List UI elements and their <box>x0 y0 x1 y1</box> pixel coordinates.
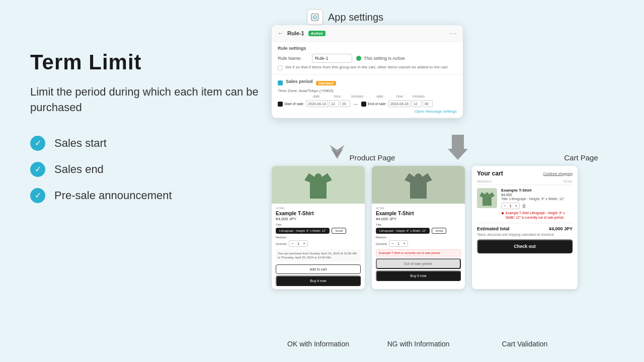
active-toggle[interactable]: This setting is Active <box>356 56 405 61</box>
page-title: Term Limit <box>30 50 262 74</box>
hour-header2: hour <box>396 95 404 98</box>
cart-caption-container: Cart Validation <box>472 340 578 348</box>
ng-product-image <box>372 166 465 204</box>
cart-section: Your cart Continue shopping PRODUCT TOTA… <box>472 166 578 257</box>
active-badge: Active <box>308 31 326 36</box>
cart-tax-note: Taxes, discounts and shipping calculated… <box>477 233 573 236</box>
ng-product-price: ¥4,000 JPY <box>376 217 461 221</box>
ok-title-label: Title <box>276 223 361 226</box>
ok-variant-small[interactable]: Small <box>332 228 346 234</box>
mutex-checkbox[interactable] <box>278 65 283 70</box>
ok-qty-controls[interactable]: − 1 + <box>289 240 307 247</box>
ng-medium-label: Medium <box>376 236 461 239</box>
start-date-checkbox: Start of sale: <box>278 101 304 107</box>
feature-item-3: ✓ Pre-sale announcement <box>30 188 262 203</box>
continue-shopping-link[interactable]: Continue shopping <box>543 172 573 175</box>
ok-qty-plus[interactable]: + <box>303 241 305 246</box>
start-min-input[interactable]: 00 <box>340 100 350 107</box>
estimated-total-label: Estimated total <box>477 226 510 231</box>
ng-product-name: Example T-Shirt <box>376 211 461 216</box>
ng-error-notice: Example T-Shirt is currently out of sale… <box>376 249 461 256</box>
app-settings-header: App settings <box>307 9 383 25</box>
ok-brand: ACME <box>276 207 361 210</box>
date-col-headers: date hour minutes date hour minutes <box>278 95 457 98</box>
end-date-check[interactable] <box>361 102 366 107</box>
start-date-input[interactable]: 2024-04-14 <box>306 100 328 107</box>
cart-title: Your cart <box>477 170 503 177</box>
open-message-link[interactable]: Open Message settings <box>278 109 457 114</box>
end-date-input[interactable]: 2024-04-18 <box>388 100 411 107</box>
settings-panel: ← Rule-1 Active ··· Rule settings Rule N… <box>272 25 463 118</box>
screenshots-row: ACME Example T-Shirt ¥4,000 JPY Title Li… <box>272 166 578 289</box>
date-header2: date <box>376 95 383 98</box>
end-hour-input[interactable]: 12 <box>412 100 422 107</box>
ok-qty-value: 1 <box>295 242 301 245</box>
rule-settings-title: Rule settings <box>278 46 457 51</box>
ok-quantity-row: Quantity − 1 + <box>276 240 361 247</box>
feature-item-1: ✓ Sales start <box>30 136 262 151</box>
check-icon-1: ✓ <box>30 136 45 151</box>
ng-qty-controls[interactable]: − 1 + <box>389 240 408 247</box>
caption-row: OK with Information NG with Information … <box>272 340 589 348</box>
product-page-label: Product Page <box>350 153 395 162</box>
start-date-check[interactable] <box>278 102 283 107</box>
ok-variant-selected[interactable]: Lithograph · Height: 9" x Width: 12" <box>276 228 330 234</box>
cart-qty-plus[interactable]: + <box>515 204 518 208</box>
ok-tshirt-svg <box>304 168 332 201</box>
ng-variant-small[interactable]: Small <box>432 228 446 234</box>
cart-item-name: Example T-Shirt <box>501 188 573 193</box>
cart-total-row: Estimated total ¥4,000 JPY <box>477 226 573 231</box>
start-hour-input[interactable]: 12 <box>329 100 339 107</box>
ok-buy-now-button[interactable]: Buy it now <box>276 276 361 286</box>
cart-qty-controls[interactable]: − 1 + <box>501 203 520 209</box>
ok-product-card: ACME Example T-Shirt ¥4,000 JPY Title Li… <box>272 166 365 289</box>
ok-qty-minus[interactable]: − <box>291 241 294 246</box>
start-label: Start of sale: <box>284 102 304 106</box>
check-icon-2: ✓ <box>30 162 45 177</box>
cart-error-text: Example T-Shirt Lithograph · Height: 9" … <box>506 211 573 220</box>
rule-name-header: Rule-1 <box>287 30 304 36</box>
ng-qty-minus[interactable]: − <box>391 241 394 246</box>
rule-name-input[interactable]: Rule-1 <box>312 54 352 63</box>
settings-header: ← Rule-1 Active ··· <box>272 25 463 42</box>
cart-item-controls: − 1 + 🗑 <box>501 203 573 209</box>
settings-header-left: ← Rule-1 Active <box>278 30 326 36</box>
ng-buy-now-button[interactable]: Buy it now <box>376 270 461 281</box>
mutex-label: Set it so that if items from this group … <box>285 65 449 70</box>
ng-qty-plus[interactable]: + <box>403 241 406 246</box>
sales-period-header: Sales period Standard <box>278 79 457 87</box>
ok-product-image <box>272 166 365 204</box>
sales-period-title: Sales period <box>286 79 313 84</box>
cart-tshirt-svg <box>479 190 495 207</box>
ok-product-name: Example T-Shirt <box>276 211 361 216</box>
cart-remove-icon[interactable]: 🗑 <box>522 203 527 209</box>
feature-list: ✓ Sales start ✓ Sales end ✓ Pre-sale ann… <box>30 136 262 203</box>
cart-qty-value: 1 <box>508 204 514 208</box>
minutes-header: minutes <box>351 95 364 98</box>
date-row: Start of sale: 2024-04-14 12 00 — End of… <box>278 100 457 107</box>
cart-error-dot: ● <box>501 211 504 220</box>
ok-add-to-cart-button[interactable]: Add to cart <box>276 264 361 274</box>
ng-out-of-sale-button[interactable]: Out of sale period. <box>376 258 461 269</box>
svg-rect-0 <box>311 14 318 21</box>
ng-variant-selected[interactable]: Lithograph · Height: 9" x Width: 12" <box>376 228 430 234</box>
hour-header: hour <box>334 95 341 98</box>
toggle-dot-icon <box>356 56 361 61</box>
end-date-checkbox: End of sale: <box>361 101 386 107</box>
cart-item-price: ¥4,000 <box>501 193 573 197</box>
cart-error: ● Example T-Shirt Lithograph · Height: 9… <box>501 211 573 220</box>
check-icon-3: ✓ <box>30 188 45 203</box>
feature-label-2: Sales end <box>54 163 104 176</box>
cart-item-row: Example T-Shirt ¥4,000 Title: Lithograph… <box>477 188 573 220</box>
feature-item-2: ✓ Sales end <box>30 162 262 177</box>
ng-quantity-row: Quantity − 1 + <box>376 240 461 247</box>
checkout-button[interactable]: Check out <box>477 239 573 253</box>
end-min-input[interactable]: 00 <box>423 100 433 107</box>
end-label: End of sale: <box>368 102 386 106</box>
cart-qty-minus[interactable]: − <box>504 204 506 208</box>
app-settings-icon <box>307 9 323 25</box>
cart-item-info: Example T-Shirt ¥4,000 Title: Lithograph… <box>501 188 573 220</box>
standard-badge: Standard <box>316 81 336 85</box>
ok-variant-row: Lithograph · Height: 9" x Width: 12" Sma… <box>276 228 361 234</box>
ok-caption-container: OK with Information <box>272 340 365 348</box>
